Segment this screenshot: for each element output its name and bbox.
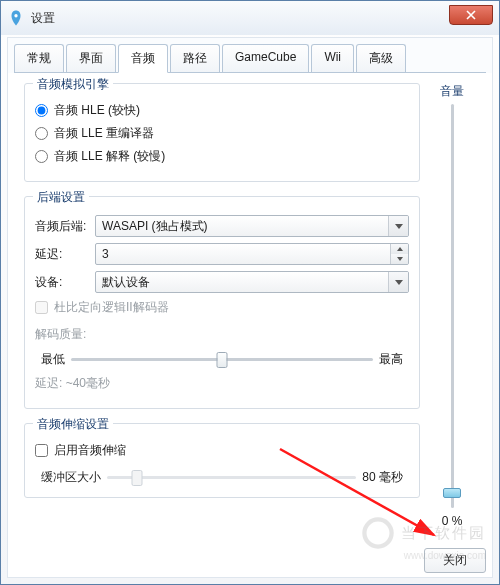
- footer: 关闭: [8, 544, 492, 577]
- tab-wii[interactable]: Wii: [311, 44, 354, 73]
- checkbox-label: 启用音频伸缩: [54, 442, 126, 459]
- label-decode-quality: 解码质量:: [35, 326, 86, 343]
- group-backend: 后端设置 音频后端: WASAPI (独占模式) 延迟:: [24, 196, 420, 409]
- radio-label: 音频 HLE (较快): [54, 102, 140, 119]
- slider-buffer-size: 缓冲区大小 80 毫秒: [35, 467, 409, 487]
- checkbox-label: 杜比定向逻辑II解码器: [54, 299, 169, 316]
- combo-backend[interactable]: WASAPI (独占模式): [95, 215, 409, 237]
- volume-value: 0 %: [442, 514, 463, 528]
- tab-general[interactable]: 常规: [14, 44, 64, 73]
- slider-buffer-label: 缓冲区大小: [35, 469, 107, 486]
- chevron-down-icon: [388, 272, 408, 292]
- label-device: 设备:: [35, 274, 95, 291]
- slider-track: [71, 358, 373, 361]
- slider-track: [451, 104, 454, 508]
- checkbox-dolby-input: [35, 301, 48, 314]
- tab-advanced[interactable]: 高级: [356, 44, 406, 73]
- radio-lle-recompiler-input[interactable]: [35, 127, 48, 140]
- window-title: 设置: [31, 10, 55, 27]
- group-legend: 音频伸缩设置: [33, 416, 113, 433]
- radio-hle[interactable]: 音频 HLE (较快): [35, 102, 409, 119]
- volume-slider[interactable]: [442, 104, 462, 508]
- titlebar: 设置: [1, 1, 499, 35]
- label-latency-info: 延迟: ~40毫秒: [35, 375, 110, 392]
- left-column: 音频模拟引擎 音频 HLE (较快) 音频 LLE 重编译器 音频 LLE 解释…: [24, 83, 428, 528]
- right-column: 音量 0 %: [428, 83, 476, 528]
- volume-slider-wrap: 0 %: [428, 104, 476, 528]
- checkbox-dolby: 杜比定向逻辑II解码器: [35, 299, 409, 316]
- slider-track: [107, 476, 356, 479]
- slider-buffer-value: 80 毫秒: [356, 469, 409, 486]
- combo-device[interactable]: 默认设备: [95, 271, 409, 293]
- slider-thumb: [131, 470, 142, 486]
- spinner-latency[interactable]: 3: [95, 243, 409, 265]
- combo-backend-value: WASAPI (独占模式): [96, 216, 388, 236]
- slider-max-label: 最高: [373, 351, 409, 368]
- radio-label: 音频 LLE 解释 (较慢): [54, 148, 165, 165]
- spinner-latency-value: 3: [96, 244, 390, 264]
- radio-lle-interpreter[interactable]: 音频 LLE 解释 (较慢): [35, 148, 409, 165]
- chevron-down-icon: [388, 216, 408, 236]
- close-button[interactable]: 关闭: [424, 548, 486, 573]
- row-latency-info: 延迟: ~40毫秒: [35, 375, 409, 392]
- slider-decode-quality[interactable]: 最低 最高: [35, 349, 409, 369]
- radio-hle-input[interactable]: [35, 104, 48, 117]
- content-area: 常规 界面 音频 路径 GameCube Wii 高级 音频模拟引擎 音频 HL…: [7, 37, 493, 578]
- row-backend: 音频后端: WASAPI (独占模式): [35, 215, 409, 237]
- svg-point-0: [14, 14, 17, 17]
- spinner-up-icon[interactable]: [390, 244, 408, 254]
- radio-label: 音频 LLE 重编译器: [54, 125, 154, 142]
- group-legend: 音频模拟引擎: [33, 76, 113, 93]
- tab-panel-audio: 音频模拟引擎 音频 HLE (较快) 音频 LLE 重编译器 音频 LLE 解释…: [14, 72, 486, 538]
- label-latency: 延迟:: [35, 246, 95, 263]
- tab-gamecube[interactable]: GameCube: [222, 44, 309, 73]
- checkbox-enable-stretch-input[interactable]: [35, 444, 48, 457]
- checkbox-enable-stretch[interactable]: 启用音频伸缩: [35, 442, 409, 459]
- slider-min-label: 最低: [35, 351, 71, 368]
- spinner-down-icon[interactable]: [390, 254, 408, 264]
- label-volume: 音量: [440, 83, 464, 100]
- row-latency: 延迟: 3: [35, 243, 409, 265]
- app-icon: [7, 9, 25, 27]
- tab-audio[interactable]: 音频: [118, 44, 168, 73]
- label-backend: 音频后端:: [35, 218, 95, 235]
- group-stretch: 音频伸缩设置 启用音频伸缩 缓冲区大小 80 毫秒: [24, 423, 420, 498]
- volume-thumb[interactable]: [443, 488, 461, 498]
- combo-device-value: 默认设备: [96, 272, 388, 292]
- settings-window: 设置 常规 界面 音频 路径 GameCube Wii 高级 音频模拟引擎 音频…: [0, 0, 500, 585]
- radio-lle-interpreter-input[interactable]: [35, 150, 48, 163]
- slider-thumb[interactable]: [217, 352, 228, 368]
- close-icon: [466, 10, 476, 20]
- tab-interface[interactable]: 界面: [66, 44, 116, 73]
- tab-paths[interactable]: 路径: [170, 44, 220, 73]
- group-dsp-engine: 音频模拟引擎 音频 HLE (较快) 音频 LLE 重编译器 音频 LLE 解释…: [24, 83, 420, 182]
- radio-lle-recompiler[interactable]: 音频 LLE 重编译器: [35, 125, 409, 142]
- window-close-button[interactable]: [449, 5, 493, 25]
- tab-bar: 常规 界面 音频 路径 GameCube Wii 高级: [8, 38, 492, 73]
- row-device: 设备: 默认设备: [35, 271, 409, 293]
- group-legend: 后端设置: [33, 189, 89, 206]
- row-decode-quality-label: 解码质量:: [35, 326, 409, 343]
